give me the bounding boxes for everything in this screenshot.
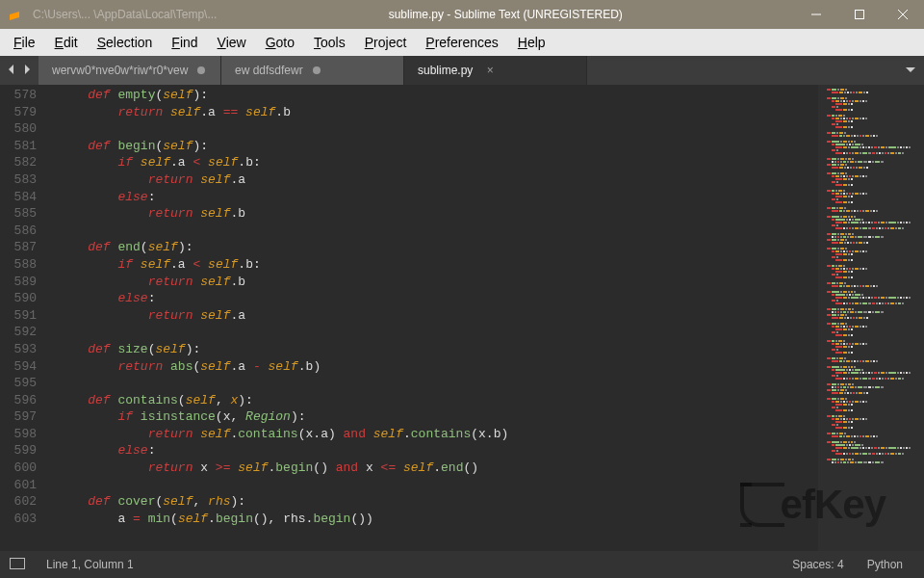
tab-ew-ddfsdfewr[interactable]: ew ddfsdfewr (221, 56, 404, 85)
tab-label: sublime.py (418, 64, 473, 77)
nav-back-icon[interactable] (6, 64, 17, 78)
titlebar: C:\Users\... \AppData\Local\Temp\... sub… (0, 0, 924, 29)
menu-selection[interactable]: Selection (88, 35, 163, 50)
menubar: FileEditSelectionFindViewGotoToolsProjec… (0, 29, 924, 56)
tab-overflow (587, 56, 924, 85)
statusbar: Line 1, Column 1 Spaces: 4 Python (0, 551, 924, 578)
window-title: sublime.py - Sublime Text (UNREGISTERED) (217, 8, 794, 21)
nav-arrows (0, 56, 38, 85)
status-position[interactable]: Line 1, Column 1 (35, 558, 145, 571)
svg-rect-1 (855, 11, 863, 19)
tab-row: wervw0*nve0w*riw*r0*vewew ddfsdfewrsubli… (0, 56, 924, 85)
menu-preferences[interactable]: Preferences (416, 35, 508, 50)
title-path: C:\Users\... \AppData\Local\Temp\... (33, 8, 217, 21)
menu-tools[interactable]: Tools (304, 35, 355, 50)
code-area[interactable]: def empty(self): return self.a == self.b… (46, 85, 818, 551)
window-controls (794, 0, 924, 29)
minimap[interactable] (818, 85, 924, 551)
nav-forward-icon[interactable] (21, 64, 33, 78)
menu-file[interactable]: File (4, 35, 45, 50)
close-tab-icon[interactable]: × (482, 64, 498, 77)
status-language[interactable]: Python (856, 558, 914, 571)
menu-goto[interactable]: Goto (256, 35, 304, 50)
tab-sublime-py[interactable]: sublime.py× (404, 56, 587, 85)
maximize-button[interactable] (837, 0, 881, 29)
editor: 5785795805815825835845855865875885895905… (0, 85, 924, 551)
minimize-button[interactable] (794, 0, 837, 29)
menu-find[interactable]: Find (162, 35, 207, 50)
menu-help[interactable]: Help (508, 35, 555, 50)
tab-label: wervw0*nve0w*riw*r0*vew (52, 64, 188, 77)
app-icon (0, 7, 29, 22)
dropdown-icon[interactable] (905, 64, 916, 78)
panel-switcher-icon[interactable] (10, 558, 25, 572)
menu-project[interactable]: Project (355, 35, 417, 50)
status-spaces[interactable]: Spaces: 4 (781, 558, 855, 571)
menu-edit[interactable]: Edit (45, 35, 88, 50)
dirty-indicator-icon (197, 66, 205, 74)
svg-rect-4 (11, 558, 25, 568)
menu-view[interactable]: View (208, 35, 256, 50)
dirty-indicator-icon (313, 66, 321, 74)
tab-wervw0-nve0w-riw-r0-vew[interactable]: wervw0*nve0w*riw*r0*vew (38, 56, 221, 85)
close-button[interactable] (881, 0, 924, 29)
tab-label: ew ddfsdfewr (235, 64, 303, 77)
line-gutter: 5785795805815825835845855865875885895905… (0, 85, 46, 551)
